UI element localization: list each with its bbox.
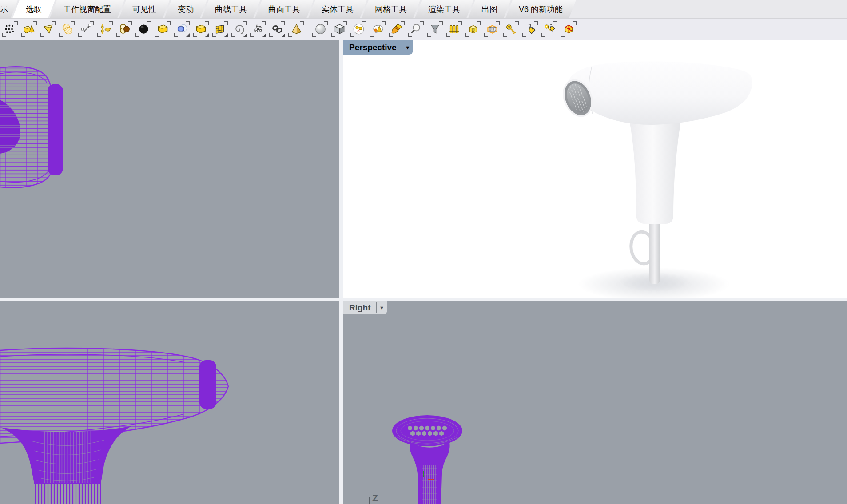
tab-label: 变动	[178, 4, 194, 15]
move-to-selection-icon[interactable]	[96, 20, 114, 38]
flyout-indicator[interactable]	[224, 33, 228, 37]
flyout-indicator[interactable]	[205, 33, 209, 37]
select-extrusions-icon[interactable]	[287, 20, 305, 38]
tab-label: 网格工具	[375, 4, 407, 15]
tab-label: 实体工具	[322, 4, 354, 15]
cord-rod	[649, 220, 660, 284]
tab-V6 的新功能[interactable]: V6 的新功能	[505, 0, 576, 18]
select-curves-icon[interactable]	[230, 20, 248, 38]
select-by-distance-icon[interactable]	[77, 20, 95, 38]
flyout-indicator[interactable]	[243, 33, 247, 37]
tab-label: 渲染工具	[428, 4, 460, 15]
select-polysurfaces-icon[interactable]	[192, 20, 210, 38]
flyout-indicator[interactable]	[262, 33, 266, 37]
toolbar: U	[0, 18, 847, 40]
tab-label: 曲线工具	[215, 4, 247, 15]
select-clipped-icon[interactable]	[560, 20, 577, 38]
tab-label: 示	[0, 4, 8, 15]
flyout-indicator[interactable]	[281, 33, 285, 37]
select-chain-icon[interactable]	[268, 20, 286, 38]
z-axis-line	[369, 497, 370, 504]
wireframe-front-view	[0, 301, 339, 504]
select-small-objects-icon[interactable]	[350, 20, 367, 38]
viewport-menu-arrow-icon[interactable]: ▾	[406, 45, 413, 50]
tab-实体工具[interactable]: 实体工具	[308, 0, 367, 18]
tab-变动[interactable]: 变动	[164, 0, 207, 18]
select-spheres-icon[interactable]	[311, 20, 329, 38]
tab-可见性[interactable]: 可见性	[119, 0, 170, 18]
toolbar-separator	[309, 20, 309, 38]
tab-label: V6 的新功能	[519, 4, 563, 15]
select-points-icon[interactable]	[1, 20, 19, 38]
tab-label: 可见性	[132, 4, 156, 15]
zoom-selected-icon[interactable]	[407, 20, 425, 38]
select-surfaces-icon[interactable]	[154, 20, 171, 38]
wireframe-top-view	[0, 40, 339, 298]
tab-选取[interactable]: 选取	[12, 0, 55, 18]
select-locked-icon[interactable]	[502, 20, 520, 38]
flyout-indicator[interactable]	[186, 33, 190, 37]
handle	[630, 123, 680, 224]
select-meshes-icon[interactable]	[211, 20, 229, 38]
viewport-perspective[interactable]: Perspective ▾	[343, 40, 847, 298]
tab-曲面工具[interactable]: 曲面工具	[255, 0, 314, 18]
tab-曲线工具[interactable]: 曲线工具	[202, 0, 260, 18]
gumball-red-tick	[428, 479, 434, 480]
dryer-head-oval	[392, 415, 462, 446]
select-point-clouds-icon[interactable]	[249, 20, 267, 38]
brush-select-icon[interactable]	[388, 20, 406, 38]
label-divider	[376, 302, 377, 313]
viewport-bottom-left[interactable]	[0, 301, 339, 504]
viewport-title-label: Right	[349, 303, 371, 313]
select-region-icon[interactable]	[369, 20, 386, 38]
z-axis-label: Z	[372, 493, 378, 504]
label-divider	[402, 41, 402, 53]
hair-dryer-render	[343, 40, 847, 298]
fence-select-icon[interactable]	[445, 20, 463, 38]
tab-label: 工作视窗配置	[63, 4, 111, 15]
viewport-title-perspective[interactable]: Perspective ▾	[343, 40, 413, 55]
viewport-menu-arrow-icon[interactable]: ▾	[381, 305, 387, 310]
ribbon-tab-bar: 示选取工作视窗配置可见性变动曲线工具曲面工具实体工具网格工具渲染工具出图V6 的…	[0, 0, 847, 19]
tab-网格工具[interactable]: 网格工具	[362, 0, 420, 18]
tab-渲染工具[interactable]: 渲染工具	[415, 0, 473, 18]
lasso-select-icon[interactable]	[39, 20, 57, 38]
tab-label: 出图	[481, 4, 497, 15]
head	[568, 62, 752, 125]
viewport-title-right[interactable]: Right ▾	[343, 301, 387, 314]
tab-label: 选取	[26, 4, 42, 15]
select-group-icon[interactable]: U	[464, 20, 482, 38]
selection-filter-icon[interactable]	[426, 20, 444, 38]
tab-出图[interactable]: 出图	[468, 0, 511, 18]
select-bounding-box-icon[interactable]	[483, 20, 501, 38]
gumball-green-tick	[423, 471, 424, 477]
select-by-object-color-icon[interactable]	[135, 20, 152, 38]
select-solids-icon[interactable]	[20, 20, 38, 38]
tab-label: 曲面工具	[268, 4, 300, 15]
select-blocks-icon[interactable]	[173, 20, 191, 38]
select-by-color-icon[interactable]	[115, 20, 133, 38]
select-duplicates-icon[interactable]	[58, 20, 76, 38]
wireframe-right-view	[343, 301, 847, 504]
select-boxes-icon[interactable]	[330, 20, 348, 38]
viewport-right[interactable]: Right ▾ Z	[343, 301, 847, 504]
select-key-tag-icon[interactable]	[541, 20, 558, 38]
tab-工作视窗配置[interactable]: 工作视窗配置	[50, 0, 124, 18]
viewport-title-label: Perspective	[349, 43, 397, 52]
select-tagged-icon[interactable]	[521, 20, 539, 38]
viewport-top-left[interactable]	[0, 40, 339, 298]
svg-text:U: U	[471, 28, 474, 32]
